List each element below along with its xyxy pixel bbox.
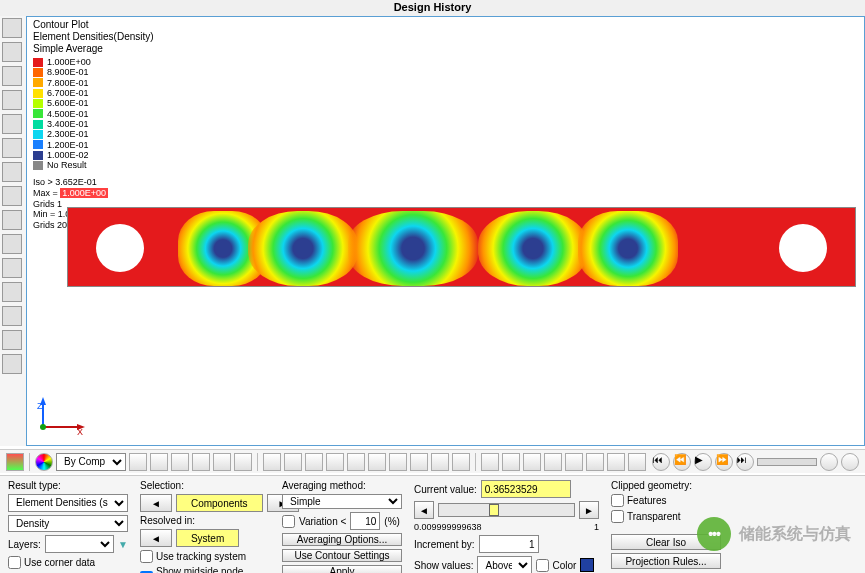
selection-label: Selection: xyxy=(140,480,270,491)
view-button[interactable] xyxy=(565,453,583,471)
variation-checkbox[interactable] xyxy=(282,515,295,528)
hidden-icon[interactable] xyxy=(213,453,231,471)
toolbar-icon[interactable] xyxy=(2,138,22,158)
toolbar-icon[interactable] xyxy=(2,66,22,86)
view-button[interactable] xyxy=(544,453,562,471)
toolbar-icon[interactable] xyxy=(2,114,22,134)
view-button[interactable] xyxy=(586,453,604,471)
show-values-label: Show values: xyxy=(414,560,473,571)
toolbar-icon[interactable] xyxy=(2,234,22,254)
view-button[interactable] xyxy=(410,453,428,471)
contour-geometry xyxy=(67,207,856,287)
main-area: Contour Plot Element Densities(Density) … xyxy=(0,16,865,446)
view-button[interactable] xyxy=(607,453,625,471)
toolbar-icon[interactable] xyxy=(2,354,22,374)
anim-slider[interactable] xyxy=(757,458,817,466)
anim-prev-icon[interactable]: ⏪ xyxy=(673,453,691,471)
left-toolbar xyxy=(0,16,26,446)
display-mode-select[interactable]: By Comp xyxy=(56,453,126,471)
resolved-label: Resolved in: xyxy=(140,515,270,526)
toolbar-icon[interactable] xyxy=(2,186,22,206)
anim-settings-icon[interactable] xyxy=(820,453,838,471)
increment-input[interactable] xyxy=(479,535,539,553)
plot-title: Contour Plot Element Densities(Density) … xyxy=(33,19,154,55)
view-button[interactable] xyxy=(628,453,646,471)
result-type-label: Result type: xyxy=(8,480,128,491)
slider-dec-button[interactable]: ◄ xyxy=(414,501,434,519)
slider-inc-button[interactable]: ► xyxy=(579,501,599,519)
wireframe-icon[interactable] xyxy=(150,453,168,471)
view-button[interactable] xyxy=(452,453,470,471)
anim-play-icon[interactable]: ▶ xyxy=(694,453,712,471)
viewport-3d[interactable]: Contour Plot Element Densities(Density) … xyxy=(26,16,865,446)
wechat-icon: ••• xyxy=(697,517,731,551)
toolbar-icon[interactable] xyxy=(2,162,22,182)
anim-record-icon[interactable] xyxy=(841,453,859,471)
toolbar-icon[interactable] xyxy=(2,330,22,350)
view-button[interactable] xyxy=(368,453,386,471)
projection-rules-button[interactable]: Projection Rules... xyxy=(611,553,721,569)
avg-method-select[interactable]: Simple xyxy=(282,494,402,509)
toolbar-icon[interactable] xyxy=(2,306,22,326)
anim-last-icon[interactable]: ⏭ xyxy=(736,453,754,471)
variation-input[interactable] xyxy=(350,512,380,530)
feature-icon[interactable] xyxy=(234,453,252,471)
sel-prev-button[interactable]: ◄ xyxy=(140,494,172,512)
apply-button[interactable]: Apply xyxy=(282,565,402,573)
avg-options-button[interactable]: Averaging Options... xyxy=(282,533,402,546)
avg-method-label: Averaging method: xyxy=(282,480,402,491)
toolbar-button[interactable] xyxy=(6,453,24,471)
anim-next-icon[interactable]: ⏩ xyxy=(715,453,733,471)
clipped-label: Clipped geometry: xyxy=(611,480,721,491)
toolbar-icon[interactable] xyxy=(2,258,22,278)
toolbar-button[interactable] xyxy=(35,453,53,471)
view-toolbar: By Comp ⏮ ⏪ ▶ ⏩ ⏭ xyxy=(0,449,865,473)
use-corner-checkbox[interactable]: Use corner data xyxy=(8,556,128,569)
variation-pct: (%) xyxy=(384,516,400,527)
toolbar-icon[interactable] xyxy=(2,42,22,62)
features-checkbox[interactable]: Features xyxy=(611,494,721,507)
color-swatch[interactable] xyxy=(580,558,594,572)
view-button[interactable] xyxy=(481,453,499,471)
layers-label: Layers: xyxy=(8,539,41,550)
slider-min: 0.009999999638 xyxy=(414,522,482,532)
show-midside-checkbox[interactable]: Show midside node results xyxy=(140,566,270,573)
transparent-icon[interactable] xyxy=(192,453,210,471)
view-button[interactable] xyxy=(263,453,281,471)
view-button[interactable] xyxy=(389,453,407,471)
use-tracking-checkbox[interactable]: Use tracking system xyxy=(140,550,270,563)
result-type-select[interactable]: Element Densities (s) xyxy=(8,494,128,512)
density-select[interactable]: Density xyxy=(8,515,128,533)
shaded-icon[interactable] xyxy=(129,453,147,471)
current-value-label: Current value: xyxy=(414,484,477,495)
view-button[interactable] xyxy=(502,453,520,471)
layers-select[interactable] xyxy=(45,535,114,553)
mesh-icon[interactable] xyxy=(171,453,189,471)
view-button[interactable] xyxy=(305,453,323,471)
use-contour-button[interactable]: Use Contour Settings xyxy=(282,549,402,562)
res-prev-button[interactable]: ◄ xyxy=(140,529,172,547)
view-button[interactable] xyxy=(347,453,365,471)
variation-label: Variation < xyxy=(299,516,346,527)
color-checkbox[interactable]: Color xyxy=(536,559,576,572)
axis-triad: Z X xyxy=(35,395,95,437)
slider-max: 1 xyxy=(594,522,599,532)
view-button[interactable] xyxy=(284,453,302,471)
toolbar-icon[interactable] xyxy=(2,90,22,110)
system-button[interactable]: System xyxy=(176,529,239,547)
toolbar-icon[interactable] xyxy=(2,282,22,302)
toolbar-icon[interactable] xyxy=(2,18,22,38)
components-button[interactable]: Components xyxy=(176,494,263,512)
iso-slider[interactable] xyxy=(438,503,575,517)
toolbar-icon[interactable] xyxy=(2,210,22,230)
color-legend: 1.000E+00 8.900E-01 7.800E-01 6.700E-01 … xyxy=(33,57,91,171)
current-value-input[interactable] xyxy=(481,480,571,498)
watermark: ••• 储能系统与仿真 xyxy=(697,517,851,551)
svg-point-4 xyxy=(40,424,46,430)
show-values-select[interactable]: Above xyxy=(477,556,532,573)
view-button[interactable] xyxy=(523,453,541,471)
view-button[interactable] xyxy=(326,453,344,471)
filter-icon[interactable]: ▼ xyxy=(118,539,128,550)
view-button[interactable] xyxy=(431,453,449,471)
anim-first-icon[interactable]: ⏮ xyxy=(652,453,670,471)
